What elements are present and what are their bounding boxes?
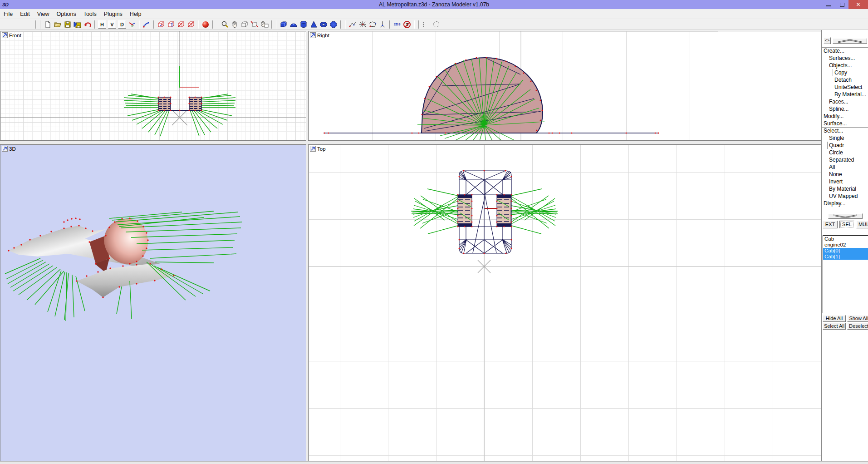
tab-ext[interactable]: EXT — [823, 221, 838, 228]
primitive-cylinder-icon[interactable] — [299, 20, 308, 29]
restore-button[interactable] — [835, 0, 848, 9]
cmd-display[interactable]: Display... — [822, 200, 868, 207]
close-button[interactable]: ✕ — [848, 0, 868, 9]
new-file-icon[interactable] — [43, 20, 52, 29]
cmd-single[interactable]: Single — [822, 134, 868, 142]
toggle-v-button[interactable]: V — [108, 20, 116, 29]
vertex-snap-icon[interactable] — [378, 20, 387, 29]
undo-icon[interactable] — [83, 20, 92, 29]
cmd-faces[interactable]: Faces... — [822, 98, 868, 105]
primitive-torus-icon[interactable] — [319, 20, 328, 29]
collapse-up-button[interactable] — [833, 38, 867, 44]
cmd-all[interactable]: All — [822, 163, 868, 171]
cmd-objects[interactable]: Objects... — [822, 62, 868, 69]
object-list-item[interactable]: Cab — [823, 236, 868, 242]
cube-axis-y-icon[interactable] — [167, 20, 176, 29]
deselect-button[interactable]: Deselect — [847, 323, 868, 330]
object-list-item[interactable]: Cab[1] — [823, 254, 868, 260]
cmd-modify[interactable]: Modify... — [822, 113, 868, 120]
window-title: AL Metropolitan.z3d - Zanoza Modeler v1.… — [0, 1, 868, 8]
zmodeler-window: 3D AL Metropolitan.z3d - Zanoza Modeler … — [0, 0, 868, 464]
save-file-icon[interactable] — [63, 20, 72, 29]
cube-axis-z-icon[interactable] — [177, 20, 186, 29]
toggle-h-button[interactable]: H — [98, 20, 106, 29]
primitive-sphere-icon[interactable] — [329, 20, 338, 29]
tab-sel[interactable]: SEL — [839, 221, 854, 228]
cmd-detach[interactable]: Detach — [822, 76, 868, 84]
cmd-uniteselect[interactable]: UniteSelect — [822, 84, 868, 91]
cmd-none[interactable]: None — [822, 171, 868, 178]
menu-tools[interactable]: Tools — [80, 10, 100, 18]
move-points-icon[interactable] — [142, 20, 151, 29]
tab-mul[interactable]: MUL — [856, 221, 868, 228]
select-quad-icon[interactable] — [422, 20, 431, 29]
toolbar-spacer — [0, 19, 34, 30]
collapse-down-button[interactable] — [828, 213, 863, 219]
viewport-menu-icon[interactable] — [310, 32, 316, 38]
mode-2d3d-icon[interactable]: 2D3 — [392, 20, 402, 29]
object-list-item[interactable]: Cab[0] — [823, 248, 868, 254]
vertex-weld-icon[interactable] — [358, 20, 367, 29]
cmd-select[interactable]: Select... — [822, 127, 868, 134]
cmd-separated[interactable]: Separated — [822, 156, 868, 163]
object-list-buttons: Hide All Show All Select All Deselect — [823, 315, 868, 331]
mode-2d3d-label: 2D3 — [394, 23, 401, 26]
primitive-box-icon[interactable] — [279, 20, 288, 29]
primitive-dome-icon[interactable] — [289, 20, 298, 29]
cube-axis-view-icon[interactable] — [186, 20, 196, 29]
vertex-lasso-icon[interactable] — [368, 20, 377, 29]
minimize-button[interactable] — [822, 0, 835, 9]
toolbar-separator — [276, 20, 277, 29]
swap-panel-button[interactable]: <> — [824, 37, 831, 44]
zoom-region-icon[interactable] — [240, 20, 249, 29]
vertex-move-icon[interactable] — [348, 20, 357, 29]
dashed-rect — [423, 22, 429, 27]
material-sphere-icon[interactable] — [201, 20, 210, 29]
cmd-invert[interactable]: Invert — [822, 178, 868, 185]
pan-hand-icon[interactable] — [230, 20, 239, 29]
cmd-surface[interactable]: Surface... — [822, 120, 868, 127]
viewport-right[interactable]: Right — [308, 31, 821, 141]
cmd-spline[interactable]: Spline... — [822, 105, 868, 113]
menu-file[interactable]: File — [0, 10, 16, 18]
cmd-by-material-objects[interactable]: By Material... — [822, 91, 868, 98]
toolbar-separator — [40, 20, 41, 29]
cmd-create[interactable]: Create... — [822, 47, 868, 54]
cmd-by-material-select[interactable]: By Material — [822, 185, 868, 193]
pan-view-icon[interactable] — [260, 20, 269, 29]
menu-help[interactable]: Help — [126, 10, 145, 18]
viewport-menu-icon[interactable] — [2, 32, 8, 38]
cmd-uv-mapped[interactable]: UV Mapped — [822, 193, 868, 200]
save-as-icon[interactable] — [73, 20, 82, 29]
cmd-quadr[interactable]: Quadr — [827, 142, 868, 149]
toolbar-separator — [139, 20, 140, 29]
cmd-copy[interactable]: Copy — [833, 69, 868, 76]
toggle-d-button[interactable]: D — [118, 20, 126, 29]
axes-icon[interactable] — [128, 20, 137, 29]
viewport-top[interactable]: Top — [308, 144, 821, 461]
menu-edit[interactable]: Edit — [16, 10, 34, 18]
no-z-icon[interactable]: Z — [402, 20, 412, 29]
menu-options[interactable]: Options — [53, 10, 80, 18]
cmd-surfaces[interactable]: Surfaces... — [822, 54, 868, 62]
cube-axis-x-icon[interactable] — [157, 20, 166, 29]
select-circle-icon[interactable] — [432, 20, 441, 29]
zoom-extents-icon[interactable] — [250, 20, 259, 29]
toolbar-separator — [389, 20, 390, 29]
object-list-item[interactable]: engine02 — [823, 242, 868, 248]
menu-view[interactable]: View — [34, 10, 53, 18]
viewport-menu-icon[interactable] — [310, 146, 316, 152]
zoom-icon[interactable] — [220, 20, 229, 29]
select-all-button[interactable]: Select All — [823, 323, 846, 330]
primitive-cone-icon[interactable] — [309, 20, 318, 29]
viewport-3d[interactable]: 3D — [0, 144, 306, 461]
hide-all-button[interactable]: Hide All — [823, 315, 846, 322]
menu-plugins[interactable]: Plugins — [100, 10, 126, 18]
open-file-icon[interactable] — [53, 20, 62, 29]
viewport-front[interactable]: Front — [0, 31, 306, 141]
show-all-button[interactable]: Show All — [847, 315, 868, 322]
viewport-menu-icon[interactable] — [2, 146, 8, 152]
cmd-circle[interactable]: Circle — [822, 149, 868, 156]
restore-icon — [840, 3, 844, 7]
horizontal-splitter[interactable] — [0, 141, 821, 144]
